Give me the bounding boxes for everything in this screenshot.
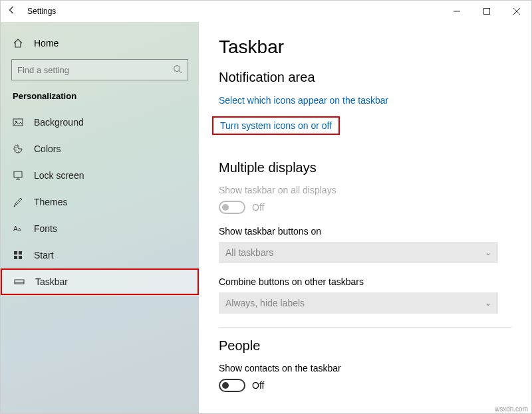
back-button[interactable] bbox=[7, 5, 27, 17]
home-icon bbox=[13, 38, 23, 49]
sidebar-item-label: Colors bbox=[34, 144, 61, 154]
svg-point-4 bbox=[174, 65, 180, 71]
sidebar-item-background[interactable]: Background bbox=[1, 109, 199, 136]
brush-icon bbox=[13, 197, 23, 207]
watermark: wsxdn.com bbox=[495, 405, 528, 413]
toggle-state: Off bbox=[252, 202, 264, 213]
search-box[interactable] bbox=[11, 59, 188, 80]
sidebar-item-label: Taskbar bbox=[35, 276, 68, 287]
lockscreen-icon bbox=[13, 170, 23, 181]
palette-icon bbox=[13, 144, 23, 154]
show-buttons-label: Show taskbar buttons on bbox=[219, 226, 511, 237]
image-icon bbox=[13, 117, 23, 128]
maximize-button[interactable] bbox=[471, 1, 501, 22]
toggle-state: Off bbox=[252, 380, 264, 391]
divider bbox=[219, 327, 511, 328]
svg-rect-17 bbox=[19, 251, 22, 255]
fonts-icon: AA bbox=[13, 223, 23, 234]
window-title: Settings bbox=[27, 7, 56, 16]
titlebar: Settings bbox=[1, 1, 531, 22]
sidebar-item-colors[interactable]: Colors bbox=[1, 136, 199, 162]
svg-rect-1 bbox=[483, 9, 489, 15]
settings-window: Settings Home Personalization B bbox=[0, 0, 532, 414]
toggle-track bbox=[219, 379, 245, 392]
section-notification: Notification area bbox=[219, 70, 511, 85]
svg-rect-20 bbox=[15, 280, 24, 284]
svg-point-9 bbox=[15, 150, 17, 151]
sidebar-item-label: Themes bbox=[34, 197, 68, 207]
svg-rect-16 bbox=[14, 251, 17, 255]
sidebar-item-themes[interactable]: Themes bbox=[1, 189, 199, 215]
close-button[interactable] bbox=[501, 1, 531, 22]
sidebar-item-start[interactable]: Start bbox=[1, 242, 199, 268]
chevron-down-icon: ⌄ bbox=[485, 298, 491, 308]
sidebar-home[interactable]: Home bbox=[1, 34, 199, 52]
taskbar-icon bbox=[14, 276, 25, 287]
sidebar-item-lockscreen[interactable]: Lock screen bbox=[1, 162, 199, 189]
sidebar: Home Personalization Background Colors bbox=[1, 22, 199, 413]
sidebar-item-label: Background bbox=[34, 117, 84, 128]
sidebar-item-label: Lock screen bbox=[34, 170, 84, 181]
sidebar-item-label: Fonts bbox=[34, 223, 57, 234]
svg-line-5 bbox=[180, 70, 182, 73]
toggle-knob bbox=[222, 204, 229, 211]
minimize-button[interactable] bbox=[442, 1, 471, 22]
combine-dropdown[interactable]: Always, hide labels ⌄ bbox=[219, 292, 498, 314]
svg-text:A: A bbox=[13, 225, 18, 233]
sidebar-nav: Background Colors Lock screen Themes AA … bbox=[1, 109, 199, 295]
search-icon bbox=[173, 64, 182, 76]
page-title: Taskbar bbox=[219, 37, 511, 58]
window-body: Home Personalization Background Colors bbox=[1, 22, 531, 413]
dropdown-value: Always, hide labels bbox=[225, 298, 305, 308]
svg-rect-19 bbox=[19, 256, 22, 259]
window-controls bbox=[442, 1, 531, 22]
sidebar-category: Personalization bbox=[1, 91, 199, 109]
combine-label: Combine buttons on other taskbars bbox=[219, 276, 511, 287]
link-select-icons[interactable]: Select which icons appear on the taskbar bbox=[219, 95, 388, 106]
show-all-displays-toggle: Off bbox=[219, 201, 511, 214]
svg-rect-11 bbox=[14, 171, 22, 177]
contacts-label: Show contacts on the taskbar bbox=[219, 363, 511, 373]
show-buttons-dropdown[interactable]: All taskbars ⌄ bbox=[219, 242, 498, 263]
section-people: People bbox=[219, 338, 511, 354]
chevron-down-icon: ⌄ bbox=[485, 248, 491, 257]
svg-point-10 bbox=[18, 151, 19, 152]
svg-point-8 bbox=[15, 147, 17, 148]
home-label: Home bbox=[34, 38, 59, 49]
contacts-toggle[interactable]: Off bbox=[219, 379, 511, 392]
toggle-knob bbox=[222, 382, 229, 389]
sidebar-item-label: Start bbox=[34, 250, 54, 260]
sidebar-item-taskbar[interactable]: Taskbar bbox=[1, 268, 199, 295]
svg-rect-18 bbox=[14, 256, 17, 259]
main-content: Taskbar Notification area Select which i… bbox=[199, 22, 531, 413]
toggle-track bbox=[219, 201, 245, 214]
link-system-icons[interactable]: Turn system icons on or off bbox=[212, 116, 340, 135]
show-all-displays-label: Show taskbar on all displays bbox=[219, 185, 511, 195]
dropdown-value: All taskbars bbox=[225, 247, 273, 258]
svg-text:A: A bbox=[18, 227, 21, 232]
start-icon bbox=[13, 250, 23, 260]
search-input[interactable] bbox=[17, 65, 173, 75]
section-multiple-displays: Multiple displays bbox=[219, 160, 511, 175]
sidebar-item-fonts[interactable]: AA Fonts bbox=[1, 215, 199, 242]
